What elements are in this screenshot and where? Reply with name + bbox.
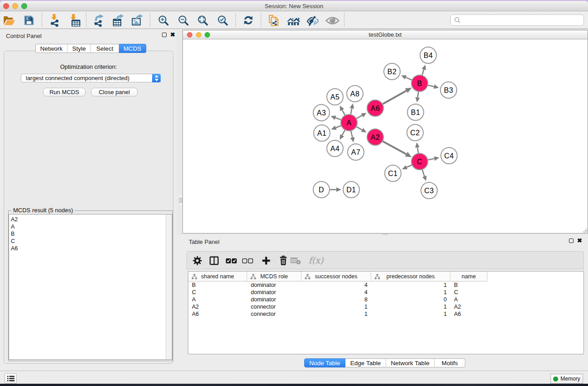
import-network-button[interactable] — [47, 14, 62, 27]
search-box[interactable] — [450, 14, 584, 26]
mcds-result-item[interactable]: C — [9, 238, 172, 245]
edge-A-A2[interactable] — [357, 127, 363, 130]
task-history-button[interactable] — [5, 373, 17, 384]
graph-node-C4[interactable]: C4 — [441, 148, 457, 164]
graph-node-A3[interactable]: A3 — [313, 105, 330, 121]
graph-node-B[interactable]: B — [411, 75, 428, 91]
export-network-button[interactable] — [91, 14, 106, 27]
graph-node-C1[interactable]: C1 — [385, 165, 401, 181]
graph-node-B4[interactable]: B4 — [420, 47, 436, 63]
column-header-MCDS-role[interactable]: MCDS role — [247, 272, 301, 281]
zoom-selected-button[interactable] — [215, 14, 230, 27]
edge-A-A1[interactable] — [336, 126, 341, 128]
edge-A-A7[interactable] — [351, 131, 352, 138]
table-cell[interactable]: B — [188, 281, 247, 289]
table-cell[interactable]: B — [450, 281, 488, 289]
graph-node-B2[interactable]: B2 — [384, 63, 400, 80]
result-scrollbar[interactable] — [166, 214, 172, 359]
table-cell[interactable]: C — [450, 289, 488, 296]
graph-node-A5[interactable]: A5 — [327, 89, 343, 105]
table-tab-edge-table[interactable]: Edge Table — [345, 358, 386, 367]
column-header-name[interactable]: name — [450, 272, 488, 281]
column-header-successor-nodes[interactable]: successor nodes — [301, 272, 371, 281]
graph-node-A4[interactable]: A4 — [327, 140, 343, 157]
table-cell[interactable]: 0 — [371, 296, 450, 303]
search-input[interactable] — [461, 16, 583, 24]
graph-node-C2[interactable]: C2 — [407, 124, 423, 141]
show-all-button[interactable] — [325, 14, 340, 27]
control-panel-tab-select[interactable]: Select — [91, 44, 119, 53]
table-tab-motifs[interactable]: Motifs — [435, 358, 465, 367]
column-header-predecessor-nodes[interactable]: predecessor nodes — [371, 272, 450, 281]
float-table-panel-icon[interactable] — [569, 238, 574, 243]
column-header-shared-name[interactable]: shared name — [188, 272, 247, 281]
table-row[interactable]: A2connector11A2 — [188, 303, 583, 310]
table-row[interactable]: Cdominator41C — [188, 289, 583, 296]
criterion-dropdown[interactable]: largest connected component (directed) — [21, 74, 161, 82]
memory-button[interactable]: Memory — [550, 374, 583, 384]
table-cell[interactable]: 1 — [371, 281, 450, 289]
table-row[interactable]: Adominator80A — [188, 296, 583, 303]
graph-node-A8[interactable]: A8 — [347, 86, 363, 102]
mcds-result-item[interactable]: A — [9, 223, 172, 230]
home-button[interactable] — [286, 14, 301, 27]
graph-node-C3[interactable]: C3 — [421, 182, 437, 199]
table-row[interactable]: A6connector11A6 — [188, 310, 583, 318]
edge-A-A3[interactable] — [335, 118, 341, 119]
table-cell[interactable]: A6 — [188, 310, 247, 318]
run-mcds-button[interactable]: Run MCDS — [43, 88, 86, 96]
create-column-button[interactable] — [259, 254, 273, 267]
table-cell[interactable]: 8 — [301, 296, 371, 303]
network-canvas[interactable]: AA6A2BCA5A8A3A1A4A7B2B4B3B1C2C4C1C3DD1 — [183, 40, 588, 233]
table-cell[interactable]: dominator — [247, 289, 301, 296]
table-cell[interactable]: 1 — [371, 303, 450, 310]
save-session-button[interactable] — [21, 14, 37, 27]
table-cell[interactable]: 1 — [301, 303, 371, 310]
control-panel-tab-style[interactable]: Style — [67, 44, 91, 53]
edge-C-C2[interactable] — [417, 148, 418, 153]
edge-A6-B[interactable] — [383, 91, 406, 104]
edge-B-B4[interactable] — [422, 70, 424, 75]
show-columns-button[interactable] — [207, 254, 221, 267]
edge-A2-C[interactable] — [383, 141, 406, 154]
graph-node-A1[interactable]: A1 — [314, 125, 330, 141]
graph-node-D1[interactable]: D1 — [343, 181, 359, 198]
close-panel-button[interactable]: Close panel — [91, 88, 138, 96]
table-cell[interactable]: A2 — [450, 303, 488, 310]
clone-network-button[interactable] — [266, 14, 281, 27]
table-tab-node-table[interactable]: Node Table — [304, 358, 345, 367]
hide-selected-button[interactable] — [305, 14, 320, 27]
table-cell[interactable]: dominator — [247, 296, 301, 303]
zoom-fit-button[interactable] — [195, 14, 210, 27]
edge-C-C3[interactable] — [422, 170, 425, 176]
control-panel-tab-network[interactable]: Network — [35, 44, 67, 53]
refresh-button[interactable] — [241, 14, 256, 27]
graph-node-B1[interactable]: B1 — [407, 104, 424, 120]
export-image-button[interactable] — [129, 14, 145, 27]
edge-B-B3[interactable] — [428, 85, 434, 86]
control-panel-tab-mcds[interactable]: MCDS — [119, 44, 146, 53]
zoom-out-button[interactable] — [176, 14, 191, 27]
edge-A-A8[interactable] — [351, 108, 352, 114]
export-table-button[interactable] — [110, 14, 126, 27]
mcds-result-item[interactable]: A2 — [9, 216, 172, 223]
close-panel-icon[interactable]: ✖ — [170, 33, 175, 37]
table-cell[interactable]: connector — [247, 303, 301, 310]
edge-C-C1[interactable] — [406, 165, 411, 167]
table-cell[interactable]: A — [450, 296, 488, 303]
table-tab-network-table[interactable]: Network Table — [386, 358, 435, 367]
table-cell[interactable]: 1 — [301, 310, 371, 318]
select-all-columns-button[interactable] — [225, 254, 238, 267]
graph-node-B3[interactable]: B3 — [440, 82, 457, 98]
open-session-button[interactable] — [1, 14, 17, 27]
table-cell[interactable]: 1 — [371, 310, 450, 318]
table-options-button[interactable] — [191, 254, 204, 267]
edge-B-B2[interactable] — [406, 77, 411, 80]
table-row[interactable]: Bdominator41B — [188, 281, 583, 289]
float-panel-icon[interactable] — [162, 33, 167, 37]
table-cell[interactable]: A6 — [450, 310, 488, 318]
unselect-all-columns-button[interactable] — [241, 254, 254, 267]
edge-A-A6[interactable] — [357, 115, 363, 119]
graph-node-A2[interactable]: A2 — [367, 129, 383, 145]
table-cell[interactable]: 4 — [301, 289, 371, 296]
